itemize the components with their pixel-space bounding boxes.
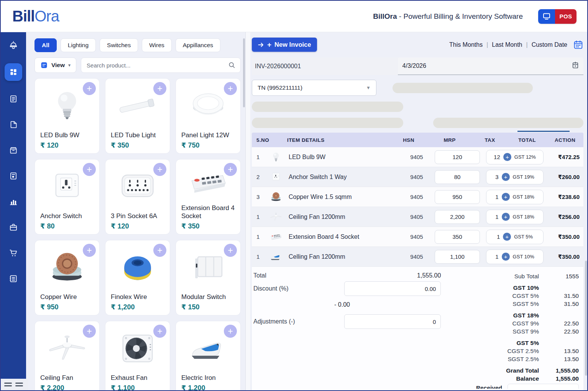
sidebar-item-reports[interactable] [5,168,22,184]
tax-summary-label: SGST 2.5% [441,355,539,363]
invoice-scrollbar[interactable] [585,261,587,376]
filter-last-month[interactable]: Last Month [492,41,522,48]
filter-this-month[interactable]: This Months [449,41,483,48]
search-icon[interactable] [228,61,236,69]
increase-quantity-button[interactable]: + [502,213,510,221]
product-name: Anchor Switch [40,212,94,220]
sidebar-item-files[interactable] [5,117,22,132]
mrp-input[interactable] [435,150,480,164]
add-product-button[interactable]: + [153,244,166,257]
increase-quantity-button[interactable]: + [502,173,510,181]
table-row[interactable]: 1 Extension Board 4 Socket 9405 1 + GST … [252,227,583,247]
row-serial-number: 2 [256,174,269,180]
view-dropdown[interactable]: View ▾ [34,58,76,73]
increase-quantity-button[interactable]: + [503,153,511,161]
product-card[interactable]: + Electric Iron ₹ 1,200 [176,321,241,390]
discount-input[interactable] [344,281,441,296]
customer-select[interactable]: TN (9952211111) ▼ [252,80,376,96]
calendar-button[interactable] [573,39,583,50]
sidebar-item-inventory[interactable] [5,143,22,158]
mrp-input[interactable] [435,230,480,244]
category-tab-label: Lighting [68,42,89,49]
row-mrp-cell [435,170,481,184]
increase-quantity-button[interactable]: + [502,193,510,201]
table-row[interactable]: 1 Ceiling Fan 1200mm 9405 1 + GST 18% ₹2… [252,207,583,227]
category-tab[interactable]: Switches [100,38,138,52]
add-product-button[interactable]: + [83,244,96,257]
sidebar-item-purchases[interactable] [5,245,22,261]
tax-summary-row: CGST 5% 31.50 [441,292,579,300]
row-hsn-code: 9405 [401,194,432,200]
pos-mode-toggle[interactable]: POS [538,9,577,24]
product-card[interactable]: + Panel Light 12W ₹ 750 [176,78,241,154]
product-card[interactable]: + Exhaust Fan ₹ 1,100 [105,321,170,390]
product-card[interactable]: + Anchor Switch ₹ 80 [34,159,100,235]
add-product-button[interactable]: + [83,163,96,176]
category-tab[interactable]: Lighting [61,38,96,52]
increase-quantity-button[interactable]: + [503,233,511,241]
product-card[interactable]: + LED Bulb 9W ₹ 120 [34,78,100,154]
chevron-down-icon: ▾ [68,62,71,68]
add-product-button[interactable]: + [224,244,237,257]
row-hsn-code: 9405 [401,233,432,240]
table-row[interactable]: 3 Copper Wire 1.5 sqmm 9405 1 + GST 18% … [252,187,583,207]
filter-custom-date[interactable]: Custom Date [532,41,567,48]
sidebar-item-notifications[interactable] [5,38,22,53]
panel-divider [245,32,250,390]
quantity-value: 1 [497,233,500,240]
category-tab[interactable]: All [34,38,57,52]
add-product-button[interactable]: + [83,325,96,338]
received-input[interactable] [508,384,579,389]
total-value: 1,555.00 [344,272,441,279]
category-tab[interactable]: Appillances [176,38,220,52]
menu-collapse-icon[interactable] [4,383,12,386]
search-input[interactable] [86,62,228,69]
menu-expand-icon[interactable] [15,383,23,386]
invoice-date-field[interactable]: 4/3/2026 [398,58,583,75]
category-tab[interactable]: Wires [142,38,172,52]
product-card[interactable]: + LED Tube Light ₹ 350 [105,78,170,154]
mrp-input[interactable] [435,250,480,264]
table-row[interactable]: 1 LED Bulb 9W 9405 12 + GST 12% ₹472.25 [252,147,583,167]
date-calendar-icon[interactable] [572,61,579,71]
tax-summary-label: CGST 9% [441,320,539,327]
product-card[interactable]: + Extension Board 4 Socket ₹ 350 [176,159,241,235]
catalog-scrollbar[interactable] [243,38,245,107]
pos-button[interactable]: POS [555,9,577,24]
row-total-amount: ₹472.25 [544,154,583,161]
product-card[interactable]: + Copper Wire ₹ 950 [34,240,100,315]
table-header-cell: 5.NO [252,137,287,143]
table-row[interactable]: 2 Anchor Switch 1 Way 9405 3 + GST 19% ₹… [252,167,583,187]
new-invoice-button[interactable]: + New Invoice [252,38,317,52]
tax-summary-value: 13.50 [539,355,579,363]
add-product-button[interactable]: + [153,325,166,338]
adjustments-input[interactable] [344,314,441,329]
adjustments-label: Adjustments (-) [253,318,344,325]
add-product-button[interactable]: + [153,163,166,176]
mrp-input[interactable] [435,190,480,204]
monitor-icon[interactable] [538,9,555,24]
table-row[interactable]: 1 Celling Fan 1200mm 9405 1 + GST 10% ₹3… [252,247,583,267]
sidebar-item-business[interactable] [5,220,22,235]
product-catalog-panel: All Lighting Switches Wires Appillances … [26,32,245,390]
product-name: Extension Board 4 Socket [181,204,235,220]
sidebar-item-contacts[interactable] [5,271,22,286]
mrp-input[interactable] [435,170,480,184]
skeleton-placeholder [252,118,403,128]
mrp-input[interactable] [435,210,480,224]
add-product-button[interactable]: + [224,163,237,176]
add-product-button[interactable]: + [153,82,166,95]
tax-summary-row: Grand Total 1,555.00 [441,367,579,375]
add-product-button[interactable]: + [83,82,96,95]
add-product-button[interactable]: + [224,82,237,95]
product-card[interactable]: + Ceiling Fan ₹ 2,200 [34,321,100,390]
increase-quantity-button[interactable]: + [502,253,510,261]
product-card[interactable]: + Finolex Wire ₹ 1,200 [105,240,170,315]
add-product-button[interactable]: + [224,325,237,338]
product-card[interactable]: + Modular Switch ₹ 150 [176,240,241,315]
sidebar-item-invoices[interactable] [5,91,22,107]
catalog-controls: View ▾ [34,58,241,73]
sidebar-item-analytics[interactable] [5,194,22,209]
product-card[interactable]: + 3 Pin Socket 6A ₹ 120 [105,159,170,235]
sidebar-item-dashboard[interactable] [5,63,22,81]
